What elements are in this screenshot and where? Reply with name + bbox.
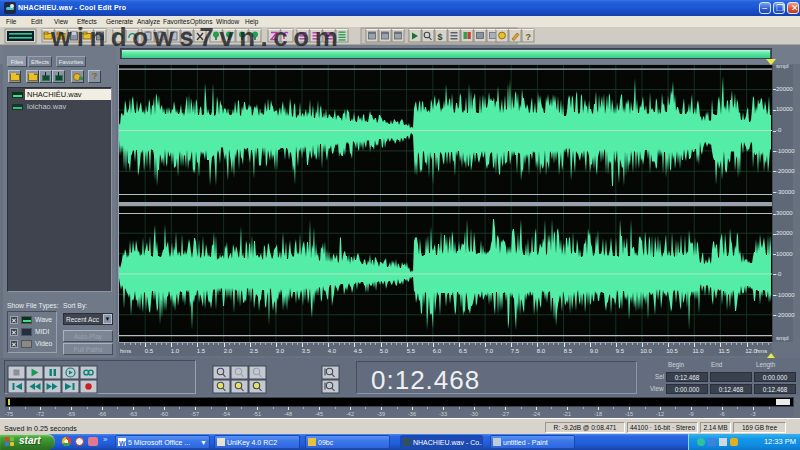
- svg-text:?: ?: [526, 32, 532, 42]
- svg-text:$: $: [438, 32, 443, 42]
